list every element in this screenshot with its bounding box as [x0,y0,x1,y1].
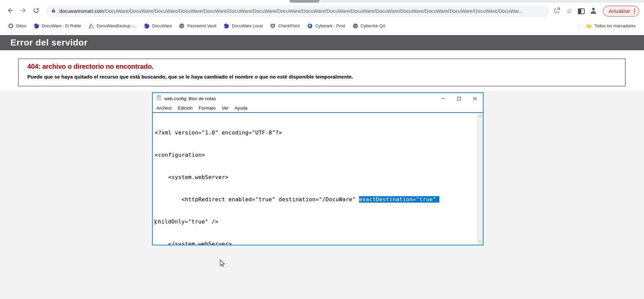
notepad-scrollbar[interactable] [477,113,483,245]
close-icon [473,97,477,100]
code-line: <?xml version="1.0" encoding="UTF-8"?> [155,129,475,137]
globe-icon [353,23,358,29]
update-button-label: Actualizar [609,8,630,14]
side-panel-button[interactable] [575,5,587,17]
bookmark-cyberark-prod[interactable]: Cyberark - Prod [304,22,348,30]
chevron-down-icon [478,239,482,242]
error-box: 404: archivo o directorio no encontrado.… [18,59,625,86]
bookmark-label: DocuWare [152,24,172,28]
menu-edicion[interactable]: Edición [175,106,196,111]
menu-archivo[interactable]: Archivo [153,106,175,111]
globe-icon [179,23,184,29]
star-icon: ☆ [566,8,572,14]
side-panel-icon [578,8,585,14]
odoo-icon [8,24,13,28]
mouse-cursor-icon [220,260,227,269]
code-line: <system.webServer> [155,174,475,181]
minimize-button[interactable] [435,93,451,104]
bookmark-label: DocuWareBackup -... [97,24,137,28]
bookmark-label: DocuWare - El Roble [42,24,81,28]
notepad-menubar: Archivo Edición Formato Ver Ayuda [153,104,483,112]
notepad-icon [156,95,162,102]
maximize-icon [457,97,461,100]
code-line: childOnly="true" /> [155,218,475,226]
cyberark-icon [307,23,313,29]
bookmark-label: CheckPoint [278,24,300,28]
bookmark-docuware-local[interactable]: DocuWare Local [221,22,266,30]
page-title: Error del servidor [0,35,644,50]
maximize-button[interactable] [451,93,467,104]
notepad-titlebar[interactable]: web.config: Bloc de notas [153,93,483,104]
scroll-down-button[interactable] [477,238,483,244]
minimize-icon [441,97,445,100]
url-text: docuwaresmart.com/DocuWare/DocuWare/Docu… [59,8,523,14]
back-button[interactable] [4,5,17,18]
folder-icon [586,23,592,29]
reload-button[interactable] [30,5,42,18]
error-title: 404: archivo o directorio no encontrado. [27,63,622,70]
code-text: childOnly="true" /> [155,218,218,225]
profile-button[interactable] [587,5,599,17]
error-message: Puede que se haya quitado el recurso que… [27,74,622,80]
forward-icon [20,7,27,16]
code-line: <httpRedirect enabled="true" destination… [155,196,475,203]
tab-strip [0,0,644,3]
bookmark-checkpoint[interactable]: CheckPoint [267,22,303,30]
docuware-icon [34,23,39,29]
bookmark-star-button[interactable]: ☆ [563,5,575,17]
close-button[interactable] [467,93,483,104]
notepad-window: web.config: Bloc de notas Archivo Edició… [152,92,484,245]
url-domain: docuwaresmart.com [59,8,104,14]
scroll-up-button[interactable] [477,114,483,119]
menu-ayuda[interactable]: Ayuda [232,106,251,111]
code-line: <configuration> [155,151,475,159]
tab-strip-background [320,0,644,3]
all-bookmarks-label: Todos los marcadores [594,24,636,28]
share-icon [554,7,560,15]
bookmark-label: DocuWare Local [232,24,263,28]
browser-toolbar: docuwaresmart.com/DocuWare/DocuWare/Docu… [0,3,644,20]
selected-text: exactDestination="true" [359,196,439,203]
google-drive-icon [89,23,94,29]
notepad-text-area[interactable]: <?xml version="1.0" encoding="UTF-8"?> <… [153,112,483,245]
bookmark-cyberark-qa[interactable]: CyberArk QA [350,22,389,30]
all-bookmarks-button[interactable]: Todos los marcadores [583,22,639,30]
bookmarks-bar: Odoo DocuWare - El Roble DocuWareBackup … [0,20,644,32]
web-page: Error del servidor 404: archivo o direct… [0,33,644,299]
bookmark-docuware[interactable]: DocuWare [141,22,175,30]
notepad-window-title: web.config: Bloc de notas [164,96,216,101]
chevron-up-icon [478,115,482,119]
browser-menu-kebab-icon[interactable] [633,8,636,14]
menu-ver[interactable]: Ver [219,106,232,111]
docuware-icon [144,23,149,29]
screen: docuwaresmart.com/DocuWare/DocuWare/Docu… [0,0,644,299]
back-icon [7,7,14,16]
tab-fragment[interactable] [289,0,320,3]
bookmark-password-vault[interactable]: Password Vault [176,22,219,30]
reload-icon [32,7,40,16]
docuware-icon [224,23,229,29]
code-text: <httpRedirect enabled="true" destination… [155,196,359,203]
update-browser-button[interactable]: Actualizar [603,6,639,17]
checkpoint-icon [270,23,275,29]
code-line: </system.webServer> [155,240,475,245]
share-button[interactable] [551,5,563,17]
lock-icon[interactable] [51,8,56,14]
bookmark-docuwarebackup[interactable]: DocuWareBackup -... [86,22,140,30]
bookmark-label: Odoo [16,24,26,28]
menu-formato[interactable]: Formato [196,106,218,111]
bookmarks-divider [580,23,580,29]
bookmark-label: Password Vault [187,24,216,28]
bookmark-odoo[interactable]: Odoo [5,22,29,30]
url-path: /DocuWare/DocuWare/DocuWare/DocuWare/Doc… [104,8,523,14]
address-bar[interactable]: docuwaresmart.com/DocuWare/DocuWare/Docu… [46,5,549,17]
bookmark-docuware-el-roble[interactable]: DocuWare - El Roble [31,22,84,30]
profile-avatar-icon [589,6,597,16]
bookmark-label: Cyberark - Prod [315,24,345,28]
forward-button[interactable] [17,5,30,18]
bookmarks-right-group: Todos los marcadores [580,22,639,30]
bookmark-label: CyberArk QA [361,24,386,28]
browser-chrome: docuwaresmart.com/DocuWare/DocuWare/Docu… [0,0,644,33]
window-controls [435,93,483,104]
